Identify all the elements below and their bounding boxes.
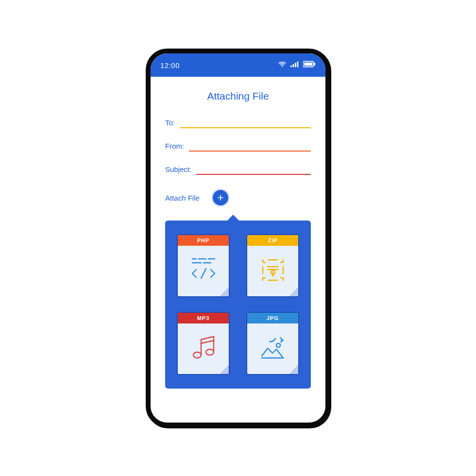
from-field-row: From: — [165, 142, 311, 152]
battery-icon — [303, 61, 316, 69]
code-icon — [187, 253, 221, 289]
svg-line-15 — [201, 269, 206, 278]
svg-point-23 — [193, 352, 201, 358]
svg-line-27 — [201, 337, 214, 340]
file-body — [247, 246, 298, 296]
file-body — [178, 246, 229, 296]
wifi-icon — [278, 61, 287, 69]
svg-point-24 — [206, 349, 214, 355]
status-bar: 12:00 — [151, 53, 325, 77]
svg-rect-6 — [304, 63, 312, 66]
svg-rect-4 — [297, 62, 299, 68]
music-icon — [187, 331, 221, 367]
file-type-label: ZIP — [247, 235, 298, 246]
svg-point-0 — [282, 66, 283, 67]
subject-field-row: Subject: — [165, 165, 311, 175]
status-time: 12:00 — [160, 61, 180, 69]
to-field-row: To: — [165, 119, 311, 128]
image-icon — [256, 331, 290, 367]
popover-arrow — [226, 215, 240, 221]
file-type-zip[interactable]: ZIP — [246, 234, 299, 297]
file-type-mp3[interactable]: MP3 — [177, 312, 230, 375]
svg-rect-2 — [293, 64, 294, 67]
signal-icon — [290, 61, 299, 69]
page-title: Attaching File — [165, 90, 311, 102]
attach-file-label: Attach File — [165, 194, 200, 202]
file-type-popover: PHP — [165, 221, 311, 389]
compose-form: Attaching File To: From: Subject: Attach… — [151, 77, 325, 389]
svg-line-28 — [201, 340, 214, 343]
attach-file-button[interactable] — [211, 188, 230, 207]
file-type-label: MP3 — [178, 313, 229, 323]
svg-rect-3 — [295, 63, 296, 67]
file-body — [178, 323, 229, 374]
phone-frame: 12:00 — [146, 49, 330, 427]
from-input[interactable] — [189, 142, 311, 152]
plus-icon — [217, 194, 224, 201]
to-label: To: — [165, 119, 175, 128]
file-type-label: JPG — [247, 313, 298, 323]
to-input[interactable] — [180, 119, 311, 128]
attach-row: Attach File — [165, 188, 311, 207]
subject-label: Subject: — [165, 165, 191, 175]
subject-input[interactable] — [196, 165, 311, 175]
file-type-jpg[interactable]: JPG — [246, 312, 299, 375]
file-body — [247, 323, 298, 374]
file-type-label: PHP — [178, 235, 229, 246]
from-label: From: — [165, 142, 184, 152]
svg-point-29 — [276, 343, 280, 347]
svg-rect-1 — [290, 66, 292, 68]
archive-icon — [257, 254, 289, 288]
file-type-grid: PHP — [165, 221, 311, 389]
svg-rect-7 — [314, 63, 315, 66]
status-icons — [278, 61, 316, 69]
file-type-php[interactable]: PHP — [177, 234, 230, 297]
